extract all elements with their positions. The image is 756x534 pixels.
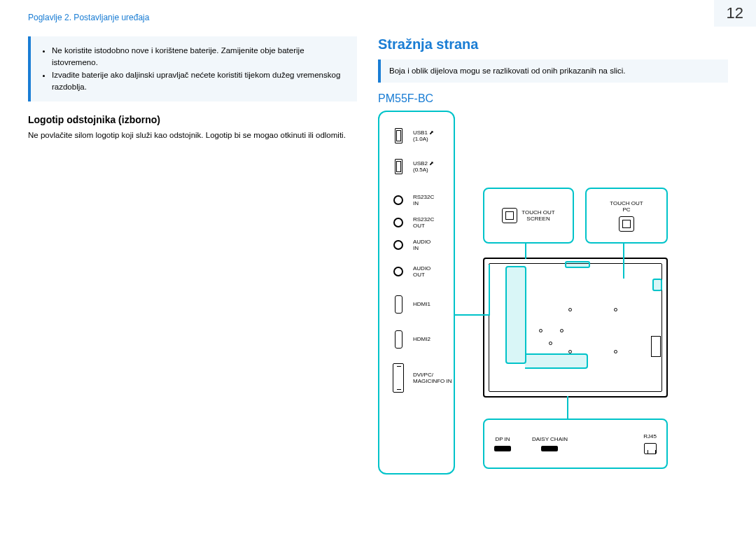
hdmi1-icon [395, 295, 402, 314]
dvi-port-icon [393, 363, 404, 393]
right-column: Stražnja strana Boja i oblik dijelova mo… [378, 36, 728, 489]
rj45-label: RJ45 [643, 433, 657, 440]
rj45-port-icon [644, 443, 657, 454]
touch-screen-port-icon [502, 208, 517, 223]
rs232c-out-icon [393, 218, 403, 227]
port-panel: USB1 ⬈(1.0A) USB2 ⬈(0.5A) RS232CIN RS232… [378, 111, 455, 475]
rear-diagram: USB1 ⬈(1.0A) USB2 ⬈(0.5A) RS232CIN RS232… [378, 111, 728, 489]
right-port-highlight [652, 279, 662, 291]
audio-out-label: AUDIOOUT [413, 265, 430, 279]
usb1-port-icon [395, 128, 402, 143]
audio-in-label: AUDIOIN [413, 239, 430, 252]
dvi-label: DVI/PC/MAGICINFO IN [413, 372, 452, 385]
highlighted-port-strip-horizontal [525, 353, 588, 369]
touch-pc-label: TOUCH OUTPC [610, 200, 643, 213]
battery-note-box: Ne koristite istodobno nove i korištene … [28, 36, 357, 101]
leader-line [489, 265, 490, 316]
touch-screen-label: TOUCH OUTSCREEN [522, 209, 554, 223]
usb2-port-icon [395, 159, 402, 174]
leader-line [454, 314, 490, 316]
usb1-label: USB1 ⬈(1.0A) [413, 129, 434, 143]
bullet-1: Ne koristite istodobno nove i korištene … [52, 45, 347, 69]
top-port-highlight [565, 261, 590, 268]
bullet-2: Izvadite baterije ako daljinski upravlja… [52, 69, 347, 94]
logo-spacer-heading: Logotip odstojnika (izborno) [28, 114, 357, 125]
model-name: PM55F-BC [378, 92, 728, 105]
usb2-label: USB2 ⬈(0.5A) [413, 160, 434, 174]
rear-side-heading: Stražnja strana [378, 36, 728, 52]
chapter-title: Poglavlje 2. Postavljanje uređaja [28, 13, 149, 22]
touch-out-pc-callout: TOUCH OUTPC [585, 188, 668, 244]
touch-pc-port-icon [619, 216, 634, 232]
monitor-back-illustration [483, 258, 668, 398]
leader-line [567, 396, 568, 420]
highlighted-port-strip-vertical [505, 266, 526, 364]
rs232c-in-icon [393, 195, 403, 205]
appearance-note: Boja i oblik dijelova mogu se razlikovat… [378, 59, 728, 83]
rs232c-out-label: RS232COUT [413, 216, 434, 230]
hdmi1-label: HDMI1 [413, 301, 430, 308]
dp-in-port-icon [494, 446, 511, 451]
daisy-chain-label: DAISY CHAIN [532, 436, 568, 443]
left-column: Ne koristite istodobno nove i korištene … [28, 36, 357, 489]
audio-out-icon [393, 267, 403, 276]
dp-in-label: DP IN [495, 436, 510, 443]
hdmi2-label: HDMI2 [413, 336, 430, 343]
touch-out-screen-callout: TOUCH OUTSCREEN [483, 188, 574, 244]
leader-line [525, 244, 526, 259]
rs232c-in-label: RS232CIN [413, 194, 434, 207]
hdmi2-icon [395, 330, 402, 349]
audio-in-icon [393, 240, 403, 250]
bottom-ports-callout: DP IN DAISY CHAIN RJ45 [483, 419, 668, 469]
daisy-chain-port-icon [541, 446, 558, 451]
side-slot-icon [651, 336, 661, 357]
leader-line [623, 244, 624, 279]
logo-spacer-text: Ne povlačite silom logotip koji služi ka… [28, 129, 357, 141]
